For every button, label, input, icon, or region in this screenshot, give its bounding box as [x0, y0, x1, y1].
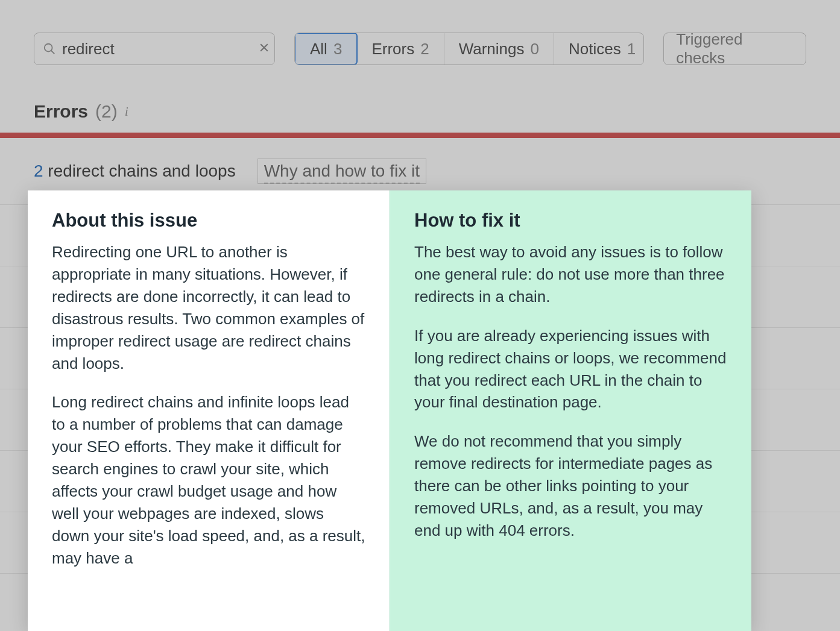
info-icon[interactable]: i [125, 104, 128, 119]
search-box[interactable] [34, 33, 275, 65]
filter-tabs: All 3 Errors 2 Warnings 0 Notices 1 [294, 33, 644, 65]
issue-help-popover: About this issue Redirecting one URL to … [28, 190, 751, 631]
fix-paragraph: If you are already experiencing issues w… [414, 325, 727, 414]
issue-title-wrap: 2 redirect chains and loops [34, 162, 236, 181]
filter-tab-all[interactable]: All 3 [294, 33, 358, 65]
fix-paragraph: The best way to avoid any issues is to f… [414, 241, 727, 308]
section-count: (2) [95, 101, 118, 122]
filter-count: 0 [530, 40, 538, 58]
filter-tab-warnings[interactable]: Warnings 0 [444, 33, 554, 64]
why-and-how-link[interactable]: Why and how to fix it [264, 162, 420, 184]
page: All 3 Errors 2 Warnings 0 Notices 1 Trig… [0, 0, 840, 631]
about-panel: About this issue Redirecting one URL to … [28, 190, 390, 631]
issue-title: redirect chains and loops [48, 162, 235, 180]
svg-point-0 [45, 44, 52, 52]
issue-count: 2 [34, 162, 43, 180]
search-icon [43, 42, 56, 55]
filter-tab-errors[interactable]: Errors 2 [357, 33, 444, 64]
filter-count: 1 [627, 40, 636, 58]
svg-line-1 [51, 51, 55, 54]
filter-label: All [310, 40, 327, 58]
fix-heading: How to fix it [414, 210, 727, 231]
fix-paragraph: We do not recommend that you simply remo… [414, 430, 727, 542]
filter-count: 2 [420, 40, 429, 58]
about-paragraph: Long redirect chains and infinite loops … [52, 391, 365, 569]
filter-label: Notices [569, 40, 621, 58]
filter-label: Warnings [459, 40, 525, 58]
filter-label: Errors [371, 40, 414, 58]
about-paragraph: Redirecting one URL to another is approp… [52, 241, 365, 374]
section-label: Errors [34, 101, 88, 122]
fix-link-highlight: Why and how to fix it [257, 159, 426, 184]
filter-tab-notices[interactable]: Notices 1 [554, 33, 644, 64]
clear-search-icon[interactable] [258, 40, 270, 57]
search-input[interactable] [62, 40, 258, 58]
toolbar: All 3 Errors 2 Warnings 0 Notices 1 Trig… [0, 11, 840, 65]
filter-count: 3 [333, 40, 342, 58]
triggered-checks-label: Triggered checks [676, 30, 794, 67]
about-heading: About this issue [52, 210, 365, 231]
triggered-checks-button[interactable]: Triggered checks [663, 33, 806, 65]
errors-severity-bar [0, 133, 840, 138]
fix-panel: How to fix it The best way to avoid any … [390, 190, 751, 631]
section-heading-errors: Errors (2) i [0, 65, 840, 133]
